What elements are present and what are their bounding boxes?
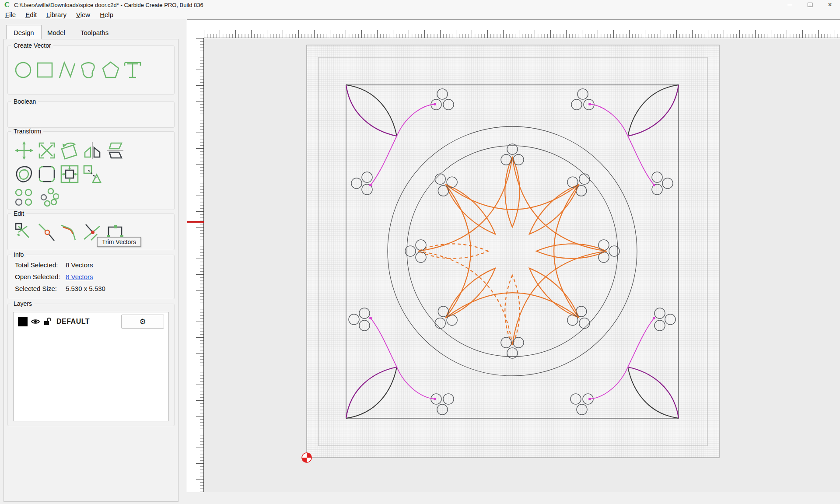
top-ruler (204, 20, 840, 38)
minimize-button[interactable] (780, 0, 800, 10)
section-layers: Layers DEFAULT ⚙ (7, 304, 175, 426)
info-open-selected-link[interactable]: 8 Vectors (66, 273, 93, 280)
polygon-tool-icon[interactable] (101, 60, 121, 80)
section-title: Info (11, 251, 26, 258)
layer-name: DEFAULT (56, 318, 90, 326)
menu-help[interactable]: Help (95, 10, 118, 19)
title-bar: C C:\Users\willa\Downloads\spice door.c2… (0, 0, 840, 10)
maximize-button[interactable] (800, 0, 820, 10)
layer-settings-button[interactable]: ⚙ (121, 315, 164, 329)
resize-tool-icon[interactable] (37, 140, 57, 161)
rotate-tool-icon[interactable] (60, 140, 80, 161)
circle-tool-icon[interactable] (13, 60, 33, 80)
layer-list: DEFAULT ⚙ (13, 312, 169, 421)
section-info: Info Total Selected: 8 Vectors Open Sele… (7, 255, 175, 299)
fillet-path-tool-icon[interactable] (60, 222, 80, 242)
stock-area[interactable] (307, 45, 719, 458)
menu-library[interactable]: Library (42, 10, 71, 19)
section-title: Transform (11, 128, 43, 135)
ruler-position-marker (187, 221, 204, 223)
info-total-selected-label: Total Selected: (15, 261, 58, 269)
menu-bar: File Edit Library View Help (0, 10, 840, 19)
origin-marker[interactable] (302, 453, 312, 462)
linear-array-tool-icon[interactable] (14, 188, 33, 207)
tab-design[interactable]: Design (6, 25, 42, 39)
section-boolean: Boolean (7, 102, 175, 128)
info-total-selected-value: 8 Vectors (66, 261, 93, 269)
app-logo-icon: C (4, 1, 10, 8)
menu-edit[interactable]: Edit (21, 10, 41, 19)
flip-horizontal-tool-icon[interactable] (82, 140, 102, 161)
tab-model[interactable]: Model (40, 26, 72, 38)
layer-unlock-icon[interactable] (43, 317, 52, 326)
section-edit: Edit (7, 214, 175, 250)
curve-tool-icon[interactable] (79, 60, 99, 80)
move-tool-icon[interactable] (14, 140, 34, 161)
circular-array-tool-icon[interactable] (39, 188, 59, 207)
layer-visibility-eye-icon[interactable] (31, 317, 40, 326)
move-copy-tool-icon[interactable] (82, 164, 102, 184)
stock-grid (307, 45, 719, 458)
window-title: C:\Users\willa\Downloads\spice door.c2d*… (14, 2, 203, 8)
section-title: Layers (11, 300, 34, 307)
polyline-tool-icon[interactable] (57, 60, 77, 80)
close-icon: × (828, 1, 832, 8)
design-panel: Create Vector Boolean Transform (4, 39, 178, 502)
section-transform: Transform (7, 131, 175, 210)
ruler-corner-box (187, 20, 204, 38)
fillet-tool-icon[interactable] (37, 164, 57, 184)
nest-tool-icon[interactable] (60, 164, 80, 184)
offset-tool-icon[interactable] (14, 164, 34, 184)
rectangle-tool-icon[interactable] (35, 60, 55, 80)
drawing-area[interactable] (204, 38, 840, 492)
menu-view[interactable]: View (72, 10, 94, 19)
tab-toolpaths[interactable]: Toolpaths (74, 26, 116, 38)
info-open-selected-label: Open Selected: (15, 273, 60, 280)
info-selected-size-label: Selected Size: (15, 285, 57, 292)
edit-nodes-tool-icon[interactable] (14, 222, 34, 242)
flip-vertical-tool-icon[interactable] (105, 140, 125, 161)
cut-vector-tool-icon[interactable] (37, 222, 57, 242)
tooltip-trim-vectors: Trim Vectors (97, 237, 141, 247)
gear-icon: ⚙ (139, 317, 146, 326)
section-title: Create Vector (11, 42, 53, 49)
maximize-icon (808, 3, 812, 7)
layer-row[interactable]: DEFAULT ⚙ (14, 312, 168, 331)
close-button[interactable]: × (820, 0, 840, 10)
minimize-icon (788, 4, 792, 5)
menu-file[interactable]: File (1, 10, 20, 19)
left-ruler (187, 38, 204, 492)
section-title: Edit (11, 210, 26, 217)
section-title: Boolean (11, 98, 38, 105)
section-create-vector: Create Vector (7, 46, 175, 94)
layer-color-swatch[interactable] (18, 317, 28, 326)
window-controls: × (780, 0, 840, 10)
canvas-widget (187, 19, 840, 492)
text-tool-icon[interactable] (122, 60, 143, 80)
info-selected-size-value: 5.530 x 5.530 (66, 285, 105, 292)
